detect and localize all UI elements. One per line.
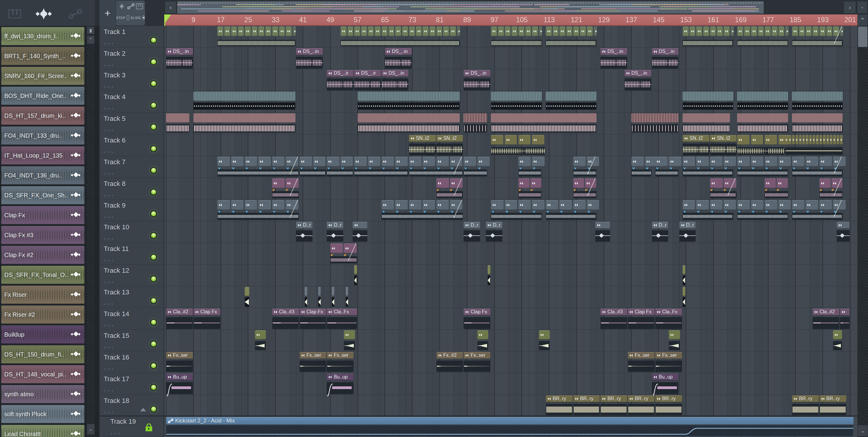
clip[interactable] [595, 222, 610, 228]
audio-clip[interactable]: Clap Fx [628, 309, 655, 329]
audio-clip-sliver[interactable] [488, 265, 490, 286]
audio-clip[interactable]: DS_..in [624, 70, 651, 90]
pattern-clip[interactable] [358, 92, 460, 112]
clip[interactable]: DS_..in [464, 70, 490, 76]
overview-mode-button[interactable]: ▪ [857, 1, 867, 13]
audio-clip-chopped[interactable] [785, 135, 843, 156]
clip[interactable]: SN..t2 [409, 135, 436, 142]
track-header[interactable]: Track 4 ■ ■ ■ [99, 91, 164, 113]
track-header[interactable]: Track 5 ■ ■ ■ [99, 113, 164, 134]
audio-clip[interactable]: Cla..Fx [327, 309, 357, 329]
pattern-clip[interactable] [491, 113, 596, 134]
audio-clip-small[interactable]: D..r [327, 222, 343, 242]
audio-clip[interactable]: Cla..#3 [272, 309, 299, 329]
picker-clip-chip[interactable]: ff_dwt_130_drum_l.. [1, 27, 84, 45]
track-header[interactable]: Track 12 ■ ■ ■ [99, 264, 164, 286]
clip[interactable]: Clap Fx [300, 309, 327, 315]
pattern-clip[interactable] [631, 113, 679, 134]
audio-clip-sliced[interactable]: ............ [217, 200, 299, 221]
tool-piano-icon[interactable] [136, 3, 143, 10]
audio-clip[interactable]: DS_..in [385, 48, 412, 69]
picker-clip-chip[interactable]: SNRV_160_F#_Scree.. [1, 67, 84, 85]
audio-clip[interactable]: BR..ry [600, 396, 627, 416]
picker-scroll-down-icon[interactable]: ⌄ [87, 424, 95, 435]
clip[interactable]: DS_..in [385, 48, 412, 55]
clip[interactable]: DS_..ir [327, 70, 353, 76]
timeline-ruler[interactable]: 9172533414957657381899710511312112913714… [164, 14, 858, 26]
clip[interactable]: DS_..in [166, 48, 193, 55]
audio-clip[interactable]: DS_..in [600, 48, 627, 69]
audio-clip[interactable]: Cla..#2 [812, 309, 839, 329]
audio-clip-sliced[interactable]: ........ [737, 157, 788, 177]
piano-icon[interactable] [4, 8, 25, 20]
audio-clip-small[interactable]: D..r [296, 222, 313, 242]
audio-clip-sliced[interactable]: ............ [381, 200, 463, 221]
clip[interactable]: DS_..in [600, 48, 627, 55]
audio-clip[interactable]: BR..ry [573, 396, 600, 416]
track-mute-led[interactable] [150, 384, 157, 391]
audio-clip-sliced[interactable]: ............ [217, 157, 299, 177]
track-menu-dots[interactable]: ■ ■ ■ [111, 433, 121, 435]
track-mute-led[interactable] [150, 210, 157, 217]
audio-clip-sliced[interactable]: .... [300, 157, 327, 177]
track-header[interactable]: Track 1 ■ ■ ■ [99, 26, 164, 48]
audio-clip-small[interactable] [255, 330, 275, 351]
clip[interactable]: SN..t2 [710, 135, 737, 142]
audio-clip-small[interactable] [669, 330, 689, 351]
step-checkbox[interactable] [127, 15, 129, 20]
audio-clip[interactable]: BR..ry [655, 396, 682, 416]
audio-clip[interactable]: BR..ry [819, 396, 846, 416]
clip[interactable] [840, 309, 849, 315]
track-mute-led[interactable] [150, 232, 157, 239]
audio-clip-sliver[interactable] [332, 287, 334, 307]
picker-clip-chip[interactable]: DS_SFR_FX_One_Sh.. [1, 186, 84, 204]
playhead-flag[interactable] [164, 14, 171, 24]
track-mute-led[interactable] [150, 254, 157, 261]
audio-clip-small[interactable]: D..r [486, 222, 502, 242]
scroll-down-button[interactable]: ⌄ [858, 425, 868, 436]
vertical-scrollbar-thumb[interactable] [858, 27, 867, 47]
picker-scrollbar-thumb[interactable]: ▮ [87, 27, 95, 34]
track-header[interactable]: Track 18 ■ ■ ■ [99, 395, 164, 416]
audio-clip-sliced[interactable]: .... [573, 157, 596, 177]
clip[interactable]: SN..t2 [436, 135, 463, 142]
track-menu-dots[interactable]: ■ ■ ■ [104, 411, 114, 414]
audio-clip-sliver[interactable] [346, 287, 348, 307]
track-mute-led[interactable] [150, 80, 157, 87]
audio-clip-sliced[interactable]: .... [655, 157, 678, 177]
track-mute-led[interactable] [150, 362, 157, 369]
clip[interactable]: BR..ry [573, 396, 600, 402]
track-header[interactable]: Track 8 ■ ■ ■ [99, 178, 164, 199]
audio-clip-sliced[interactable]: ........ [792, 200, 843, 221]
audio-clip-chopped[interactable] [491, 27, 541, 47]
audio-clip-chopped[interactable] [737, 27, 788, 47]
track-menu-dots[interactable]: ■ ■ ■ [104, 129, 114, 132]
track-menu-dots[interactable]: ■ ■ ■ [104, 346, 114, 349]
audio-clip[interactable]: DS_..ir [327, 70, 353, 90]
pattern-clip[interactable] [792, 92, 843, 112]
audio-clip-small[interactable] [837, 222, 849, 242]
audio-clip[interactable]: DS_..in [652, 48, 679, 69]
clip[interactable]: DS_..in [624, 70, 651, 76]
audio-clip-small[interactable] [344, 330, 364, 351]
clip[interactable]: DS_..in [381, 70, 408, 76]
track-mute-led[interactable] [150, 145, 157, 152]
clip[interactable]: Fx..ser [628, 352, 655, 358]
scroll-left-button[interactable]: ‹ [165, 1, 176, 13]
audio-clip-sliced[interactable]: .... [327, 157, 353, 177]
audio-clip-sliced[interactable]: ........ [354, 157, 408, 177]
audio-clip[interactable]: DS_..in [166, 48, 193, 69]
audio-clip[interactable]: SN..t2 [436, 135, 463, 156]
track-header[interactable]: Track 2 ■ ■ ■ [99, 48, 164, 69]
clip[interactable]: BR..ry [792, 396, 819, 402]
clip[interactable]: Bu..up [652, 374, 679, 380]
clip[interactable]: BR..ry [655, 396, 682, 402]
clip[interactable] [352, 222, 367, 228]
audio-clip-sliver[interactable] [305, 287, 307, 307]
audio-clip[interactable] [819, 179, 843, 199]
picker-clip-chip[interactable]: synth atmo [1, 385, 84, 403]
audio-clip[interactable] [765, 179, 788, 199]
track-mute-led[interactable] [150, 59, 157, 65]
clip[interactable]: Cla..#3 [600, 309, 627, 315]
audio-clip[interactable]: SN..t2 [683, 135, 710, 156]
